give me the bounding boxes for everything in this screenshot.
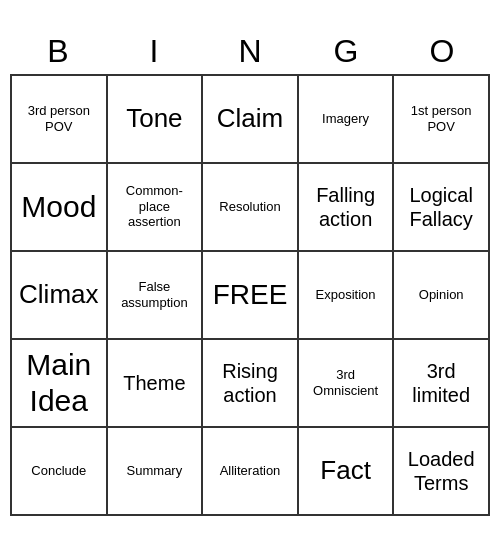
cell-text-15: Main Idea	[16, 347, 102, 419]
bingo-cell-12: FREE	[203, 252, 299, 340]
bingo-card: BINGO 3rd person POVToneClaimImagery1st …	[10, 29, 490, 516]
cell-text-14: Opinion	[419, 287, 464, 303]
bingo-cell-17: Rising action	[203, 340, 299, 428]
cell-text-17: Rising action	[207, 359, 293, 407]
bingo-cell-15: Main Idea	[12, 340, 108, 428]
cell-text-12: FREE	[213, 278, 288, 312]
bingo-cell-2: Claim	[203, 76, 299, 164]
cell-text-0: 3rd person POV	[16, 103, 102, 134]
header-letter-I: I	[106, 29, 202, 74]
cell-text-5: Mood	[21, 189, 96, 225]
header-letter-O: O	[394, 29, 490, 74]
cell-text-8: Falling action	[303, 183, 389, 231]
bingo-cell-10: Climax	[12, 252, 108, 340]
header-letter-G: G	[298, 29, 394, 74]
cell-text-9: Logical Fallacy	[398, 183, 484, 231]
cell-text-24: Loaded Terms	[398, 447, 484, 495]
bingo-cell-5: Mood	[12, 164, 108, 252]
bingo-cell-21: Summary	[108, 428, 204, 516]
bingo-cell-14: Opinion	[394, 252, 490, 340]
bingo-cell-16: Theme	[108, 340, 204, 428]
bingo-cell-1: Tone	[108, 76, 204, 164]
bingo-cell-11: False assumption	[108, 252, 204, 340]
bingo-cell-22: Alliteration	[203, 428, 299, 516]
cell-text-10: Climax	[19, 279, 98, 310]
bingo-cell-19: 3rd limited	[394, 340, 490, 428]
bingo-cell-9: Logical Fallacy	[394, 164, 490, 252]
cell-text-19: 3rd limited	[398, 359, 484, 407]
bingo-header: BINGO	[10, 29, 490, 74]
cell-text-21: Summary	[127, 463, 183, 479]
cell-text-16: Theme	[123, 371, 185, 395]
header-letter-N: N	[202, 29, 298, 74]
cell-text-18: 3rd Omniscient	[303, 367, 389, 398]
bingo-cell-13: Exposition	[299, 252, 395, 340]
cell-text-7: Resolution	[219, 199, 280, 215]
cell-text-2: Claim	[217, 103, 283, 134]
bingo-cell-8: Falling action	[299, 164, 395, 252]
cell-text-22: Alliteration	[220, 463, 281, 479]
bingo-cell-0: 3rd person POV	[12, 76, 108, 164]
cell-text-13: Exposition	[316, 287, 376, 303]
bingo-cell-18: 3rd Omniscient	[299, 340, 395, 428]
bingo-cell-4: 1st person POV	[394, 76, 490, 164]
bingo-cell-6: Common-place assertion	[108, 164, 204, 252]
bingo-cell-24: Loaded Terms	[394, 428, 490, 516]
cell-text-4: 1st person POV	[398, 103, 484, 134]
bingo-cell-23: Fact	[299, 428, 395, 516]
bingo-cell-20: Conclude	[12, 428, 108, 516]
cell-text-23: Fact	[320, 455, 371, 486]
cell-text-6: Common-place assertion	[112, 183, 198, 230]
bingo-cell-3: Imagery	[299, 76, 395, 164]
cell-text-3: Imagery	[322, 111, 369, 127]
bingo-grid: 3rd person POVToneClaimImagery1st person…	[10, 74, 490, 516]
cell-text-11: False assumption	[112, 279, 198, 310]
bingo-cell-7: Resolution	[203, 164, 299, 252]
header-letter-B: B	[10, 29, 106, 74]
cell-text-1: Tone	[126, 103, 182, 134]
cell-text-20: Conclude	[31, 463, 86, 479]
